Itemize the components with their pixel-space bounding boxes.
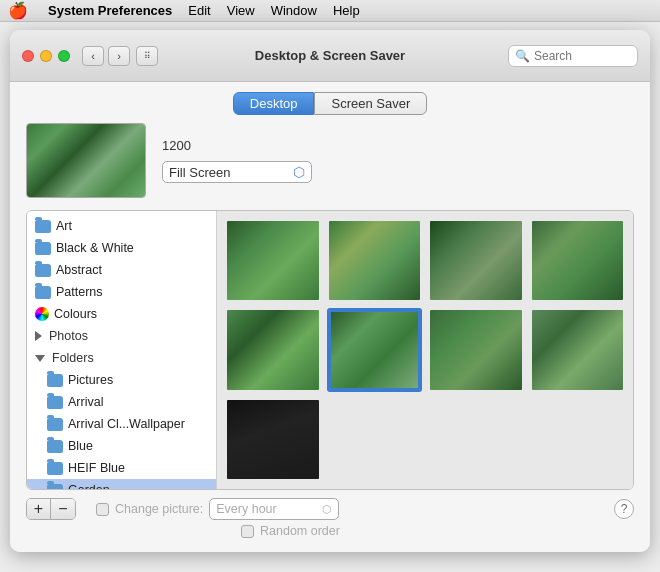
thumb-image-9 xyxy=(227,400,319,479)
every-hour-arrow: ⬡ xyxy=(322,503,332,516)
thumb-image-6 xyxy=(329,310,421,389)
folder-icon xyxy=(35,242,51,255)
sidebar-section-folders[interactable]: Folders xyxy=(27,347,216,369)
zoom-button[interactable] xyxy=(58,50,70,62)
menubar-help[interactable]: Help xyxy=(333,3,360,18)
every-hour-label: Every hour xyxy=(216,502,276,516)
sidebar-item-heif-blue[interactable]: HEIF Blue xyxy=(27,457,216,479)
help-button[interactable]: ? xyxy=(614,499,634,519)
preview-area: 1200 Fill Screen ⬡ xyxy=(26,123,634,198)
grid-button[interactable]: ⠿ xyxy=(136,46,158,66)
folder-icon xyxy=(35,286,51,299)
menubar-edit[interactable]: Edit xyxy=(188,3,210,18)
body-split: Art Black & White Abstract Patterns xyxy=(26,210,634,490)
fill-option-label: Fill Screen xyxy=(169,165,230,180)
sidebar-label-folders: Folders xyxy=(52,351,94,365)
menubar-view[interactable]: View xyxy=(227,3,255,18)
sidebar-label-black-white: Black & White xyxy=(56,241,134,255)
thumb-image-5 xyxy=(227,310,319,389)
sidebar-item-arrival-wallpaper[interactable]: Arrival Cl...Wallpaper xyxy=(27,413,216,435)
sidebar-label-abstract: Abstract xyxy=(56,263,102,277)
folder-icon xyxy=(47,418,63,431)
screensaver-tab[interactable]: Screen Saver xyxy=(314,92,427,115)
sidebar-item-black-white[interactable]: Black & White xyxy=(27,237,216,259)
preview-image xyxy=(27,124,145,197)
nav-buttons: ‹ › xyxy=(82,46,130,66)
desktop-tab[interactable]: Desktop xyxy=(233,92,315,115)
sidebar-label-patterns: Patterns xyxy=(56,285,103,299)
titlebar: ‹ › ⠿ Desktop & Screen Saver 🔍 xyxy=(10,30,650,82)
sidebar-item-arrival[interactable]: Arrival xyxy=(27,391,216,413)
sidebar-item-garden[interactable]: Garden xyxy=(27,479,216,489)
minimize-button[interactable] xyxy=(40,50,52,62)
every-hour-dropdown[interactable]: Every hour ⬡ xyxy=(209,498,339,520)
sidebar-item-abstract[interactable]: Abstract xyxy=(27,259,216,281)
random-order-label: Random order xyxy=(260,524,340,538)
traffic-lights xyxy=(22,50,70,62)
close-button[interactable] xyxy=(22,50,34,62)
sidebar-item-patterns[interactable]: Patterns xyxy=(27,281,216,303)
search-input[interactable] xyxy=(534,49,631,63)
grid-thumb-5[interactable] xyxy=(225,308,321,391)
bottom-bar: + − Change picture: Every hour ⬡ ? xyxy=(26,490,634,524)
search-box[interactable]: 🔍 xyxy=(508,45,638,67)
back-button[interactable]: ‹ xyxy=(82,46,104,66)
grid-thumb-1[interactable] xyxy=(225,219,321,302)
colors-icon xyxy=(35,307,49,321)
preview-number: 1200 xyxy=(162,138,312,153)
expand-icon xyxy=(35,355,45,362)
folder-icon xyxy=(47,484,63,490)
thumb-image-3 xyxy=(430,221,522,300)
folder-icon xyxy=(47,462,63,475)
sidebar-item-art[interactable]: Art xyxy=(27,215,216,237)
change-picture-checkbox[interactable] xyxy=(96,503,109,516)
remove-button[interactable]: − xyxy=(51,499,75,519)
thumb-image-4 xyxy=(532,221,624,300)
forward-button[interactable]: › xyxy=(108,46,130,66)
grid-thumb-6[interactable] xyxy=(327,308,423,391)
add-remove-buttons: + − xyxy=(26,498,76,520)
random-order-checkbox[interactable] xyxy=(241,525,254,538)
menubar: 🍎 System Preferences Edit View Window He… xyxy=(0,0,660,22)
sidebar-item-colours[interactable]: Colours xyxy=(27,303,216,325)
grid-thumb-2[interactable] xyxy=(327,219,423,302)
grid-thumb-4[interactable] xyxy=(530,219,626,302)
add-button[interactable]: + xyxy=(27,499,51,519)
sidebar-label-colours: Colours xyxy=(54,307,97,321)
thumb-image-1 xyxy=(227,221,319,300)
menubar-system-preferences[interactable]: System Preferences xyxy=(48,3,172,18)
segment-control: Desktop Screen Saver xyxy=(10,82,650,123)
folder-icon xyxy=(47,440,63,453)
search-icon: 🔍 xyxy=(515,49,530,63)
sidebar-label-pictures: Pictures xyxy=(68,373,113,387)
fill-dropdown[interactable]: Fill Screen ⬡ xyxy=(162,161,312,183)
change-picture-area: Change picture: Every hour ⬡ xyxy=(96,498,339,520)
window-title: Desktop & Screen Saver xyxy=(255,48,405,63)
menubar-window[interactable]: Window xyxy=(271,3,317,18)
sidebar-label-art: Art xyxy=(56,219,72,233)
sidebar-label-photos: Photos xyxy=(49,329,88,343)
sidebar: Art Black & White Abstract Patterns xyxy=(27,211,217,489)
random-order-area: Random order xyxy=(26,524,634,542)
grid-thumb-12 xyxy=(530,398,626,481)
grid-thumb-8[interactable] xyxy=(530,308,626,391)
thumb-image-7 xyxy=(430,310,522,389)
sidebar-item-blue[interactable]: Blue xyxy=(27,435,216,457)
preview-controls: 1200 Fill Screen ⬡ xyxy=(162,138,312,183)
folder-icon xyxy=(47,374,63,387)
grid-thumb-7[interactable] xyxy=(428,308,524,391)
change-picture-label: Change picture: xyxy=(115,502,203,516)
apple-menu[interactable]: 🍎 xyxy=(8,1,28,20)
grid-thumb-3[interactable] xyxy=(428,219,524,302)
sidebar-label-arrival-wallpaper: Arrival Cl...Wallpaper xyxy=(68,417,185,431)
sidebar-section-photos[interactable]: Photos xyxy=(27,325,216,347)
grid-thumb-9[interactable] xyxy=(225,398,321,481)
main-content: 1200 Fill Screen ⬡ Art Black & White xyxy=(10,123,650,552)
preview-thumbnail xyxy=(26,123,146,198)
sidebar-item-pictures[interactable]: Pictures xyxy=(27,369,216,391)
image-grid xyxy=(217,211,633,489)
grid-thumb-11 xyxy=(428,398,524,481)
folder-icon xyxy=(35,264,51,277)
sidebar-label-heif-blue: HEIF Blue xyxy=(68,461,125,475)
window: ‹ › ⠿ Desktop & Screen Saver 🔍 Desktop S… xyxy=(10,30,650,552)
